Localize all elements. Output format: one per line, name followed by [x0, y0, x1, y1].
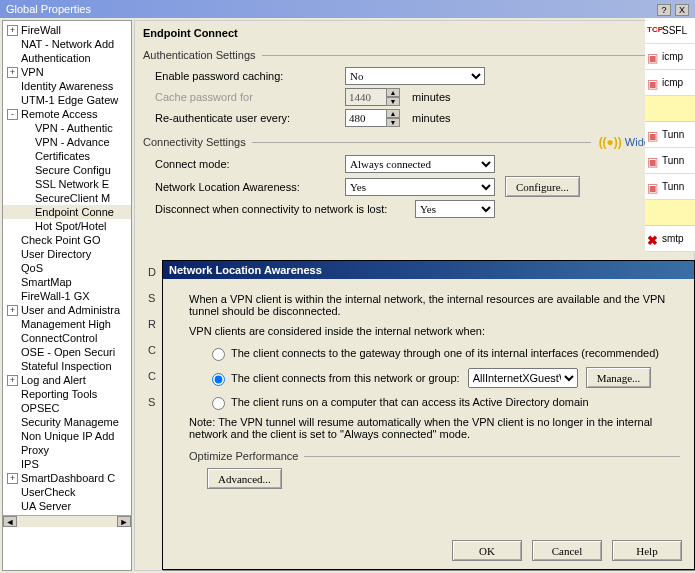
tree-item[interactable]: IPS	[3, 457, 131, 471]
tree-item-label: UserCheck	[21, 486, 75, 498]
tree-item[interactable]: Certificates	[3, 149, 131, 163]
tree-item[interactable]: FireWall-1 GX	[3, 289, 131, 303]
tree-item-label: SmartDashboard C	[21, 472, 115, 484]
tree-item[interactable]: Check Point GO	[3, 233, 131, 247]
x-icon: ✖	[647, 233, 659, 245]
tree-item[interactable]: Non Unique IP Add	[3, 429, 131, 443]
expand-icon[interactable]: +	[7, 305, 18, 316]
opt-internal-interfaces-label: The client connects to the gateway throu…	[231, 347, 659, 359]
tree-item-label: Stateful Inspection	[21, 360, 112, 372]
manage-button[interactable]: Manage...	[586, 367, 652, 388]
tree-item[interactable]: Reporting Tools	[3, 387, 131, 401]
tree-item-label: UTM-1 Edge Gatew	[21, 94, 118, 106]
tree-item[interactable]: Hot Spot/Hotel	[3, 219, 131, 233]
disconnect-select[interactable]: Yes	[415, 200, 495, 218]
tree-hscroll[interactable]: ◄ ►	[3, 515, 131, 527]
tree-item[interactable]: Secure Configu	[3, 163, 131, 177]
scroll-left-icon[interactable]: ◄	[3, 516, 17, 527]
tree-item[interactable]: OPSEC	[3, 401, 131, 415]
reauth-unit: minutes	[412, 112, 451, 124]
reauth-spinner[interactable]: ▲▼	[386, 109, 400, 127]
tree-item[interactable]: SmartMap	[3, 275, 131, 289]
tree-item[interactable]: ConnectControl	[3, 331, 131, 345]
opt-network-group-radio[interactable]	[212, 373, 225, 386]
help-button[interactable]: Help	[612, 540, 682, 561]
scroll-right-icon[interactable]: ►	[117, 516, 131, 527]
rule-label: smtp	[662, 233, 684, 244]
advanced-button[interactable]: Advanced...	[207, 468, 282, 489]
network-group-select[interactable]: AllInternetXGuestW	[468, 368, 578, 388]
tree-item[interactable]: OSE - Open Securi	[3, 345, 131, 359]
tree-item-label: Identity Awareness	[21, 80, 113, 92]
reauth-label: Re-authenticate user every:	[155, 112, 345, 124]
tree-item-label: FireWall	[21, 24, 61, 36]
service-icon: ▣	[647, 51, 659, 63]
tree-item[interactable]: User Directory	[3, 247, 131, 261]
tree-item-label: ConnectControl	[21, 332, 97, 344]
tree-item-label: UA Server	[21, 500, 71, 512]
configure-button[interactable]: Configure...	[505, 176, 580, 197]
tree-item-label: Proxy	[21, 444, 49, 456]
ok-button[interactable]: OK	[452, 540, 522, 561]
tree-item[interactable]: UserCheck	[3, 485, 131, 499]
rule-cell: TCPSSFL	[645, 18, 695, 44]
tree-item[interactable]: Identity Awareness	[3, 79, 131, 93]
tree-item[interactable]: +VPN	[3, 65, 131, 79]
connect-mode-select[interactable]: Always connected	[345, 155, 495, 173]
cache-for-label: Cache password for	[155, 91, 345, 103]
tree-item[interactable]: VPN - Authentic	[3, 121, 131, 135]
rule-cell: ▣Tunn	[645, 174, 695, 200]
nla-select[interactable]: Yes	[345, 178, 495, 196]
tree-item[interactable]: Proxy	[3, 443, 131, 457]
opt-network-group-label: The client connects from this network or…	[231, 372, 460, 384]
tree-item[interactable]: SSL Network E	[3, 177, 131, 191]
expand-icon[interactable]: +	[7, 473, 18, 484]
dialog-when: VPN clients are considered inside the in…	[189, 325, 680, 337]
service-icon: ▣	[647, 181, 659, 193]
expand-icon[interactable]: -	[7, 109, 18, 120]
close-icon[interactable]: X	[675, 4, 689, 16]
tree-item[interactable]: -Remote Access	[3, 107, 131, 121]
tree-item-label: User and Administra	[21, 304, 120, 316]
tree-item[interactable]: SecureClient M	[3, 191, 131, 205]
tree-item[interactable]: Security Manageme	[3, 415, 131, 429]
tree-item[interactable]: NAT - Network Add	[3, 37, 131, 51]
tree-item[interactable]: Authentication	[3, 51, 131, 65]
tree-item-label: Endpoint Conne	[35, 206, 114, 218]
expand-icon[interactable]: +	[7, 375, 18, 386]
cancel-button[interactable]: Cancel	[532, 540, 602, 561]
tree-item-label: NAT - Network Add	[21, 38, 114, 50]
tree-item[interactable]: +User and Administra	[3, 303, 131, 317]
rule-label: icmp	[662, 77, 683, 88]
tree-item[interactable]: QoS	[3, 261, 131, 275]
nav-tree[interactable]: +FireWallNAT - Network AddAuthentication…	[2, 20, 132, 571]
reauth-input[interactable]	[345, 109, 387, 127]
optimize-group: Optimize Performance	[189, 450, 680, 462]
tree-item[interactable]: UA Server	[3, 499, 131, 513]
opt-internal-interfaces-radio[interactable]	[212, 348, 225, 361]
tree-item[interactable]: Stateful Inspection	[3, 359, 131, 373]
tree-item[interactable]: UTM-1 Edge Gatew	[3, 93, 131, 107]
expand-icon[interactable]: +	[7, 25, 18, 36]
tree-item[interactable]: Management High	[3, 317, 131, 331]
connect-mode-label: Connect mode:	[155, 158, 345, 170]
expand-icon[interactable]: +	[7, 67, 18, 78]
tree-item[interactable]: Endpoint Conne	[3, 205, 131, 219]
tree-item[interactable]: +Log and Alert	[3, 373, 131, 387]
help-icon[interactable]: ?	[657, 4, 671, 16]
tree-item[interactable]: +FireWall	[3, 23, 131, 37]
tree-item-label: Log and Alert	[21, 374, 86, 386]
rule-cell	[645, 96, 695, 122]
tree-item[interactable]: +SmartDashboard C	[3, 471, 131, 485]
tree-item-label: User Directory	[21, 248, 91, 260]
rule-cell: ▣icmp	[645, 70, 695, 96]
opt-ad-domain-radio[interactable]	[212, 397, 225, 410]
tree-item[interactable]: VPN - Advance	[3, 135, 131, 149]
rule-cell	[645, 200, 695, 226]
tree-item-label: VPN	[21, 66, 44, 78]
tree-item-label: Remote Access	[21, 108, 97, 120]
tree-item-label: IPS	[21, 458, 39, 470]
enable-caching-select[interactable]: No	[345, 67, 485, 85]
rule-label: Tunn	[662, 181, 684, 192]
tree-item-label: OPSEC	[21, 402, 60, 414]
